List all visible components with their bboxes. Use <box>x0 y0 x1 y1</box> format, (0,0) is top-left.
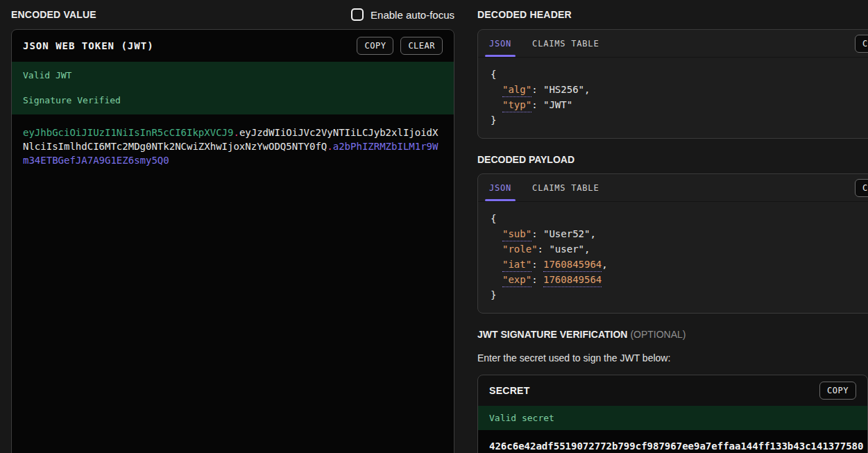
token-separator-dot: . <box>233 127 239 138</box>
secret-panel-header: SECRET COPY <box>478 375 867 406</box>
code-line: "iat": 1760845964, <box>491 257 868 272</box>
claim-exp-value[interactable]: 1760849564 <box>543 274 602 287</box>
token-header-segment: eyJhbGciOiJIUzI1NiIsInR5cCI6IkpXVCJ9 <box>23 127 233 138</box>
decoded-column: DECODED HEADER JSON CLAIMS TABLE COPY { … <box>477 0 868 453</box>
claim-sub-value: "User52", <box>543 228 596 239</box>
copy-secret-button[interactable]: COPY <box>819 382 856 400</box>
secret-helper-text: Enter the secret used to sign the JWT be… <box>477 352 868 364</box>
code-line: "typ": "JWT" <box>491 97 868 112</box>
jwt-panel-title: JSON WEB TOKEN (JWT) <box>23 40 154 51</box>
claim-typ-value: "JWT" <box>543 99 572 110</box>
claim-exp-key[interactable]: "exp" <box>502 274 531 287</box>
secret-input[interactable]: 426c6e42adf5519072772b799cf987967ee9a7ef… <box>478 430 867 453</box>
optional-label: (OPTIONAL) <box>630 329 686 340</box>
decoded-header-json: { "alg": "HS256", "typ": "JWT" } <box>478 58 868 138</box>
valid-secret-status: Valid secret <box>478 406 867 430</box>
copy-header-button[interactable]: COPY <box>855 35 868 53</box>
tab-payload-claims-table[interactable]: CLAIMS TABLE <box>532 174 599 201</box>
tab-payload-json[interactable]: JSON <box>489 174 511 201</box>
copy-token-button[interactable]: COPY <box>357 37 393 55</box>
signature-verification-heading: JWT SIGNATURE VERIFICATION (OPTIONAL) <box>477 329 868 340</box>
enable-auto-focus-label[interactable]: Enable auto-focus <box>371 9 454 21</box>
code-line: "role": "user", <box>491 241 868 257</box>
claim-role-key: "role" <box>502 243 538 255</box>
claim-iat-value[interactable]: 1760845964 <box>543 259 602 272</box>
code-line: "sub": "User52", <box>491 226 868 241</box>
code-line: } <box>491 287 868 302</box>
decoded-header-heading: DECODED HEADER <box>477 9 572 20</box>
jwt-status-banner: Valid JWT Signature Verified <box>12 62 454 114</box>
jwt-encoded-panel: JSON WEB TOKEN (JWT) COPY CLEAR Valid JW… <box>11 29 454 453</box>
tab-header-claims-table[interactable]: CLAIMS TABLE <box>532 30 599 57</box>
claim-typ-key[interactable]: "typ" <box>502 99 531 112</box>
claim-sub-key[interactable]: "sub" <box>502 228 531 241</box>
decoded-payload-panel: JSON CLAIMS TABLE COPY { "sub": "User52"… <box>477 173 868 314</box>
decoded-payload-heading: DECODED PAYLOAD <box>477 154 868 165</box>
code-line: { <box>491 67 868 82</box>
secret-panel: SECRET COPY Valid secret 426c6e42adf5519… <box>477 375 868 453</box>
claim-role-value: "user", <box>549 243 590 255</box>
jwt-panel-header: JSON WEB TOKEN (JWT) COPY CLEAR <box>12 30 454 62</box>
claim-alg-key[interactable]: "alg" <box>502 84 531 97</box>
decoded-header-panel: JSON CLAIMS TABLE COPY { "alg": "HS256",… <box>477 29 868 139</box>
token-separator-dot: . <box>327 141 332 152</box>
signature-verified-status: Signature Verified <box>23 95 443 105</box>
tab-header-json[interactable]: JSON <box>489 30 511 57</box>
claim-alg-value: "HS256", <box>543 84 590 95</box>
code-line: { <box>491 211 868 226</box>
decoded-header-tabbar: JSON CLAIMS TABLE COPY <box>478 30 868 58</box>
secret-title: SECRET <box>489 385 530 396</box>
decoded-payload-json: { "sub": "User52", "role": "user", "iat"… <box>478 202 868 313</box>
decoded-header-heading-row: DECODED HEADER <box>477 0 868 29</box>
encoded-value-column: ENCODED VALUE Enable auto-focus JSON WEB… <box>11 0 454 453</box>
clear-token-button[interactable]: CLEAR <box>400 37 443 55</box>
code-line: "exp": 1760849564 <box>491 272 868 287</box>
code-line: } <box>491 112 868 128</box>
jwt-token-editor[interactable]: eyJhbGciOiJIUzI1NiIsInR5cCI6IkpXVCJ9.eyJ… <box>12 114 454 178</box>
copy-payload-button[interactable]: COPY <box>855 179 868 197</box>
claim-iat-key[interactable]: "iat" <box>502 259 531 272</box>
code-line: "alg": "HS256", <box>491 82 868 97</box>
encoded-value-header-row: ENCODED VALUE Enable auto-focus <box>11 0 454 29</box>
enable-auto-focus-checkbox[interactable] <box>351 8 364 21</box>
valid-jwt-status: Valid JWT <box>23 70 443 80</box>
decoded-payload-tabbar: JSON CLAIMS TABLE COPY <box>478 174 868 202</box>
encoded-value-heading: ENCODED VALUE <box>11 9 96 20</box>
